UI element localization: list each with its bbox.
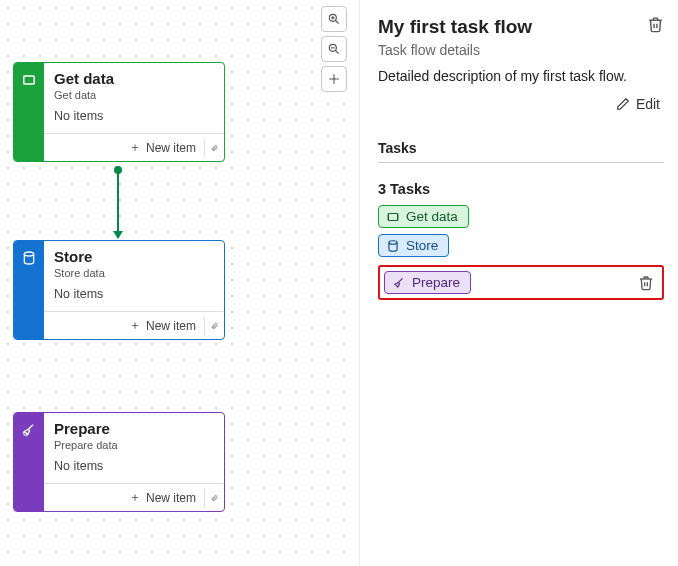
tasks-count: 3 Tasks [378, 181, 664, 197]
task-pill-prepare[interactable]: Prepare [384, 271, 471, 294]
attach-button[interactable] [204, 139, 218, 157]
zoom-out-button[interactable] [321, 36, 347, 62]
new-item-button[interactable]: ＋ New item [125, 487, 200, 508]
attach-button[interactable] [204, 317, 218, 335]
database-icon [20, 249, 38, 267]
plus-icon: ＋ [129, 489, 141, 506]
pencil-icon [616, 97, 630, 111]
paperclip-icon [211, 491, 218, 505]
task-pill-label: Prepare [412, 275, 460, 290]
delete-flow-button[interactable] [647, 16, 664, 33]
new-item-button[interactable]: ＋ New item [125, 137, 200, 158]
details-panel: My first task flow Task flow details Det… [360, 0, 678, 566]
page-subtitle: Task flow details [378, 42, 532, 58]
task-list: Get data Store Prepare [378, 205, 664, 300]
node-empty-text: No items [54, 109, 214, 123]
zoom-out-icon [327, 42, 341, 56]
node-empty-text: No items [54, 287, 214, 301]
new-item-label: New item [146, 491, 196, 505]
task-pill-store[interactable]: Store [378, 234, 449, 257]
trash-icon [638, 275, 654, 291]
attach-button[interactable] [204, 489, 218, 507]
zoom-controls [321, 6, 347, 92]
node-empty-text: No items [54, 459, 214, 473]
zoom-in-button[interactable] [321, 6, 347, 32]
svg-line-14 [26, 435, 27, 436]
node-accent [14, 413, 44, 511]
node-title: Store [54, 248, 214, 265]
new-item-label: New item [146, 319, 196, 333]
node-subtitle: Prepare data [54, 439, 214, 451]
svg-rect-8 [24, 76, 35, 84]
paperclip-icon [211, 319, 218, 333]
new-item-button[interactable]: ＋ New item [125, 315, 200, 336]
node-subtitle: Get data [54, 89, 214, 101]
svg-line-12 [28, 425, 33, 430]
task-pill-label: Get data [406, 209, 458, 224]
zoom-fit-icon [327, 72, 341, 86]
flow-node-store[interactable]: Store Store data No items ＋ New item [13, 240, 225, 340]
svg-line-13 [24, 434, 25, 435]
flow-canvas[interactable]: Get data Get data No items ＋ New item [0, 0, 360, 566]
node-title: Get data [54, 70, 214, 87]
node-subtitle: Store data [54, 267, 214, 279]
flow-description: Detailed description of my first task fl… [378, 68, 664, 84]
flow-connector [117, 170, 119, 238]
edit-button[interactable]: Edit [612, 94, 664, 114]
page-title: My first task flow [378, 16, 532, 38]
broom-icon [20, 421, 38, 439]
scroll-icon [385, 209, 400, 224]
node-accent [14, 63, 44, 161]
scroll-icon [20, 71, 38, 89]
node-accent [14, 241, 44, 339]
tasks-section-label: Tasks [378, 140, 664, 163]
svg-rect-16 [388, 213, 397, 220]
delete-task-button[interactable] [638, 275, 654, 291]
new-item-label: New item [146, 141, 196, 155]
broom-icon [391, 275, 406, 290]
trash-icon [647, 16, 664, 33]
plus-icon: ＋ [129, 139, 141, 156]
svg-line-20 [398, 278, 402, 282]
svg-point-7 [333, 78, 335, 80]
zoom-fit-button[interactable] [321, 66, 347, 92]
task-pill-label: Store [406, 238, 438, 253]
node-title: Prepare [54, 420, 214, 437]
edit-label: Edit [636, 96, 660, 112]
svg-point-19 [388, 240, 396, 244]
flow-node-prepare[interactable]: Prepare Prepare data No items ＋ New item [13, 412, 225, 512]
flow-node-get-data[interactable]: Get data Get data No items ＋ New item [13, 62, 225, 162]
svg-line-5 [336, 51, 339, 54]
task-row-selected: Prepare [378, 265, 664, 300]
database-icon [385, 238, 400, 253]
task-pill-get-data[interactable]: Get data [378, 205, 469, 228]
zoom-in-icon [327, 12, 341, 26]
svg-point-11 [24, 252, 33, 256]
svg-line-1 [336, 21, 339, 24]
plus-icon: ＋ [129, 317, 141, 334]
svg-line-15 [23, 432, 24, 433]
paperclip-icon [211, 141, 218, 155]
